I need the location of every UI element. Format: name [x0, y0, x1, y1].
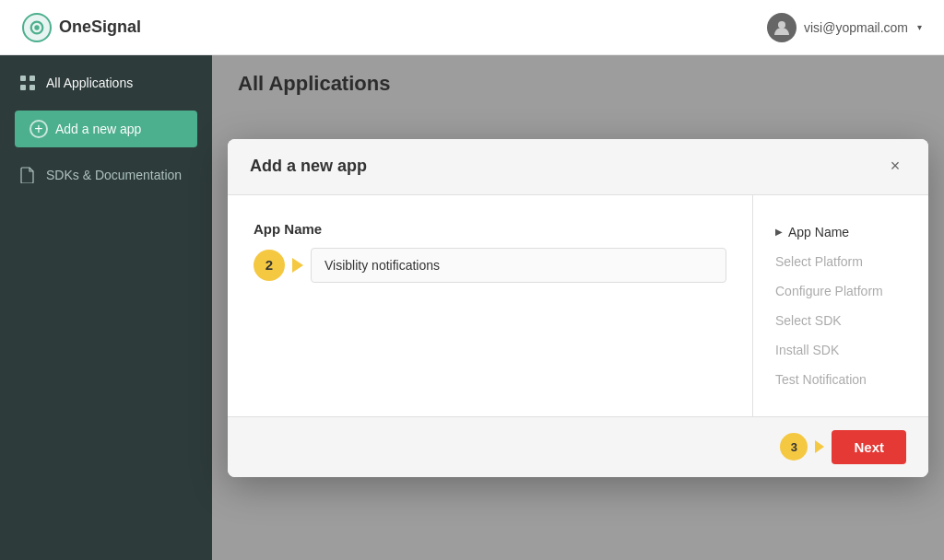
plus-icon: + — [30, 120, 48, 138]
logo-icon — [22, 13, 52, 42]
grid-icon — [18, 74, 37, 92]
sidebar-item-sdks[interactable]: SDKs & Documentation — [0, 155, 212, 195]
sidebar: All Applications + Add a new app SDKs & … — [0, 55, 212, 560]
modal-title: Add a new app — [250, 157, 367, 176]
step-label-3: Select SDK — [775, 313, 842, 328]
step-label-2: Configure Platform — [775, 284, 883, 298]
modal-header: Add a new app × — [228, 139, 928, 195]
step-install-sdk: Install SDK — [772, 335, 910, 365]
user-menu[interactable]: visi@yopmail.com ▾ — [767, 13, 922, 42]
step-label-5: Test Notification — [775, 372, 867, 387]
svg-rect-5 — [20, 85, 26, 90]
logo-area: OneSignal — [22, 13, 141, 42]
main-layout: All Applications + Add a new app SDKs & … — [0, 55, 944, 560]
add-new-app-label: Add a new app — [55, 122, 141, 136]
logo-text: OneSignal — [59, 18, 141, 37]
svg-rect-3 — [20, 76, 26, 81]
sidebar-item-all-applications[interactable]: All Applications — [0, 63, 212, 103]
svg-point-1 — [34, 25, 39, 29]
step-test-notification: Test Notification — [772, 365, 910, 394]
onesignal-logo: OneSignal — [22, 13, 141, 42]
annotation-badge-3: 3 — [780, 433, 808, 461]
add-new-app-button[interactable]: + Add a new app — [15, 111, 197, 147]
annotation-2-container: 2 — [254, 248, 726, 283]
main-content: All Applications Add a new app × App Nam… — [212, 55, 944, 560]
step-arrow-icon: ▶ — [775, 227, 783, 237]
modal-steps: ▶ App Name Select Platform Configure Pla… — [753, 195, 928, 416]
sdks-label: SDKs & Documentation — [46, 168, 182, 182]
svg-point-2 — [778, 21, 785, 29]
next-button-container: 3 Next — [780, 430, 906, 464]
modal-overlay: Add a new app × App Name 2 — [212, 55, 944, 560]
annotation-arrow-3 — [815, 440, 824, 453]
app-name-input[interactable] — [311, 248, 726, 283]
close-button[interactable]: × — [884, 156, 906, 178]
modal-form: App Name 2 — [228, 195, 753, 416]
svg-rect-4 — [30, 76, 35, 81]
doc-icon — [18, 166, 37, 184]
annotation-arrow-2 — [292, 258, 303, 273]
modal-footer: 3 Next — [228, 416, 928, 477]
user-email: visi@yopmail.com — [804, 20, 908, 35]
step-label-0: App Name — [788, 225, 849, 239]
modal-body: App Name 2 ▶ App Name — [228, 195, 928, 416]
next-button[interactable]: Next — [832, 430, 906, 464]
step-select-platform: Select Platform — [772, 247, 910, 276]
add-app-modal: Add a new app × App Name 2 — [228, 139, 928, 477]
step-configure-platform: Configure Platform — [772, 276, 910, 306]
annotation-badge-2: 2 — [254, 250, 285, 281]
step-select-sdk: Select SDK — [772, 306, 910, 335]
step-app-name: ▶ App Name — [772, 217, 910, 247]
app-name-label: App Name — [254, 221, 726, 237]
dropdown-arrow-icon: ▾ — [917, 22, 922, 32]
step-label-1: Select Platform — [775, 254, 863, 269]
avatar — [767, 13, 796, 42]
app-header: OneSignal visi@yopmail.com ▾ — [0, 0, 944, 55]
svg-rect-6 — [30, 85, 35, 90]
step-label-4: Install SDK — [775, 343, 839, 357]
all-applications-label: All Applications — [46, 76, 133, 90]
